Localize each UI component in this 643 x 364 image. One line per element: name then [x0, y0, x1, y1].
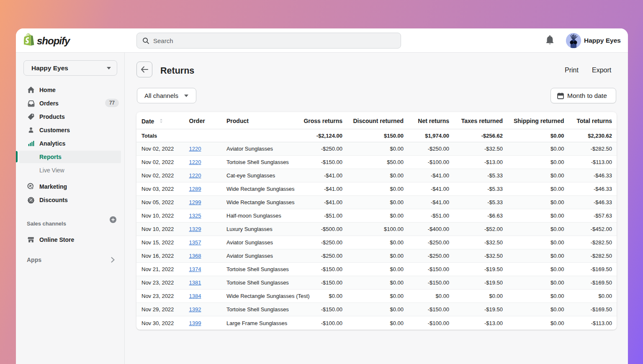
svg-text:shopify: shopify: [37, 35, 71, 46]
